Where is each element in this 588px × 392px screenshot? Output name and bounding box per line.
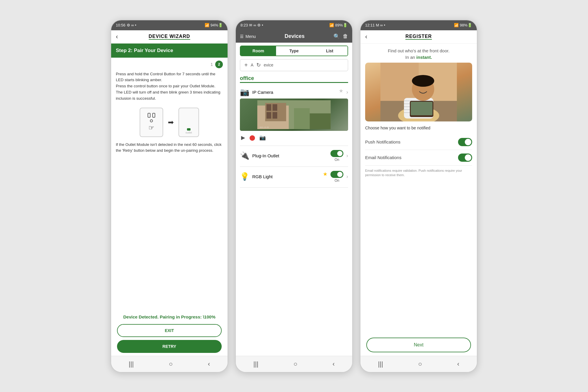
device-illustration: ☞ ➡ outlet bbox=[111, 105, 228, 140]
nav-recent-3[interactable]: ||| bbox=[378, 360, 383, 368]
device-card-light: 💡 RGB Light ★ On › bbox=[240, 169, 348, 188]
bottom-nav-1: ||| ○ ‹ bbox=[111, 356, 228, 372]
nav-back-btn-2[interactable]: ‹ bbox=[333, 360, 335, 368]
nav-back-btn-1[interactable]: ‹ bbox=[208, 360, 210, 368]
room-underline bbox=[240, 82, 348, 83]
notification-section: Choose how you want to be notified Push … bbox=[360, 126, 477, 181]
device-row-camera: 📷 IP Camera ★ › bbox=[240, 86, 348, 99]
step-banner: Step 2: Pair Your Device bbox=[111, 44, 228, 58]
svg-rect-5 bbox=[266, 112, 271, 119]
app-body-2: Room Type List + A ↻ evice office 📷 IP C… bbox=[236, 43, 352, 356]
status-right-1: 📶 94%🔋 bbox=[205, 23, 223, 27]
push-notif-label: Push Notifications bbox=[365, 139, 400, 144]
status-icons-1: ⚙ ∞ • bbox=[127, 23, 136, 27]
star-icon-camera[interactable]: ★ bbox=[339, 88, 343, 94]
play-button[interactable]: ▶ bbox=[241, 134, 245, 141]
svg-rect-4 bbox=[273, 104, 277, 111]
search-icon[interactable]: 🔍 bbox=[333, 33, 340, 40]
tab-type[interactable]: Type bbox=[276, 46, 312, 56]
chevron-camera[interactable]: › bbox=[346, 89, 348, 95]
status-time-2: 8:23 bbox=[240, 23, 248, 27]
hole-left bbox=[148, 113, 151, 118]
device-card-camera: 📷 IP Camera ★ › bbox=[240, 86, 348, 146]
email-notif-toggle[interactable] bbox=[458, 154, 472, 162]
ground-hole bbox=[150, 119, 153, 122]
menu-button[interactable]: ☰ Menu bbox=[240, 34, 256, 39]
cam-controls: ▶ ⬤ 📷 bbox=[240, 133, 348, 143]
add-plus-icon: + bbox=[244, 62, 248, 69]
push-notif-toggle[interactable] bbox=[458, 138, 472, 146]
step-num: 1 bbox=[211, 62, 213, 67]
status-right-3: 📶 98%🔋 bbox=[454, 23, 472, 27]
back-button-1[interactable]: ‹ bbox=[116, 33, 118, 41]
snapshot-button[interactable]: 📷 bbox=[259, 134, 266, 141]
svg-rect-7 bbox=[294, 108, 310, 129]
wifi-icon-2: 📶 bbox=[329, 23, 334, 27]
header-bar: ☰ Menu Devices 🔍 🗑 bbox=[236, 30, 352, 43]
chevron-outlet[interactable]: › bbox=[346, 153, 348, 159]
outlet-toggle[interactable] bbox=[330, 150, 343, 157]
green-indicator bbox=[187, 128, 191, 131]
nav-recent-2[interactable]: ||| bbox=[253, 360, 258, 368]
app-body-3: Find out who's at the front door. In an … bbox=[360, 44, 477, 356]
nav-bar-3: ‹ REGISTER bbox=[360, 30, 477, 44]
status-right-2: 📶 89%🔋 bbox=[329, 23, 348, 27]
outlet-icon: 🔌 bbox=[240, 151, 249, 160]
bottom-nav-2: ||| ○ ‹ bbox=[236, 356, 352, 372]
status-left-2: 8:23 ✉ ∞ ⚙ • bbox=[240, 23, 263, 27]
tab-room[interactable]: Room bbox=[240, 46, 276, 56]
record-button[interactable]: ⬤ bbox=[249, 134, 255, 141]
subtitle-highlight: instant. bbox=[416, 55, 432, 60]
spinner-icon: ↻ bbox=[256, 62, 261, 68]
light-toggle-label: On bbox=[335, 179, 339, 183]
add-device-text2: evice bbox=[264, 63, 273, 67]
arrow-icon: ➡ bbox=[168, 118, 174, 126]
page-title-1: DEVICE WIZARD bbox=[149, 34, 190, 40]
nav-home-2[interactable]: ○ bbox=[293, 360, 297, 368]
svg-rect-24 bbox=[411, 102, 432, 115]
nav-back-btn-3[interactable]: ‹ bbox=[457, 360, 459, 368]
nav-recent-1[interactable]: ||| bbox=[129, 360, 134, 368]
star-icon-light[interactable]: ★ bbox=[323, 171, 328, 177]
nav-bar-1: ‹ DEVICE WIZARD bbox=[111, 30, 228, 44]
nav-home-1[interactable]: ○ bbox=[169, 360, 173, 368]
tab-bar: Room Type List bbox=[240, 46, 348, 56]
hero-image bbox=[365, 63, 472, 121]
delete-icon[interactable]: 🗑 bbox=[343, 33, 348, 40]
menu-label: Menu bbox=[245, 34, 256, 39]
exit-button[interactable]: EXIT bbox=[117, 324, 222, 337]
add-device-text: A bbox=[251, 63, 253, 67]
battery-2: 89%🔋 bbox=[335, 23, 348, 27]
chevron-light[interactable]: › bbox=[346, 174, 348, 180]
retry-button[interactable]: RETRY bbox=[117, 340, 222, 353]
camera-icon: 📷 bbox=[240, 88, 249, 97]
status-time-1: 10:56 bbox=[116, 23, 126, 27]
email-notif-label: Email Notifications bbox=[365, 155, 401, 160]
next-button[interactable]: Next bbox=[366, 338, 471, 352]
subtitle-line2: In an bbox=[405, 55, 417, 60]
page-title-3: REGISTER bbox=[405, 34, 432, 40]
screen2-phone: 8:23 ✉ ∞ ⚙ • 📶 89%🔋 ☰ Menu Devices 🔍 🗑 R… bbox=[235, 20, 353, 373]
svg-point-22 bbox=[412, 75, 434, 87]
back-button-3[interactable]: ‹ bbox=[365, 33, 367, 41]
notif-heading: Choose how you want to be notified bbox=[365, 126, 472, 130]
outlet-name: Plug-In Outlet bbox=[252, 153, 328, 158]
status-left-3: 12:11 M ∞ • bbox=[365, 23, 385, 27]
svg-text:2021-12-25: 2021-12-25 bbox=[259, 126, 269, 128]
step-banner-text: Step 2: Pair Your Device bbox=[116, 48, 173, 53]
status-icons-3: M ∞ • bbox=[376, 23, 385, 27]
status-bar-3: 12:11 M ∞ • 📶 98%🔋 bbox=[360, 20, 477, 30]
person-image bbox=[365, 63, 472, 121]
status-left-1: 10:56 ⚙ ∞ • bbox=[116, 23, 136, 27]
step-indicators: 1 2 bbox=[111, 58, 228, 68]
app-body-1: Step 2: Pair Your Device 1 2 Press and h… bbox=[111, 44, 228, 356]
screen1-phone: 10:56 ⚙ ∞ • 📶 94%🔋 ‹ DEVICE WIZARD Step … bbox=[111, 20, 228, 373]
subtitle-line1: Find out who's at the front door. bbox=[388, 48, 450, 53]
nav-home-3[interactable]: ○ bbox=[418, 360, 422, 368]
battery-1: 94%🔋 bbox=[211, 23, 223, 27]
push-notif-row: Push Notifications bbox=[365, 134, 472, 150]
tab-list[interactable]: List bbox=[312, 46, 348, 56]
light-toggle[interactable] bbox=[330, 171, 343, 178]
add-device-row[interactable]: + A ↻ evice bbox=[240, 59, 348, 71]
light-name: RGB Light bbox=[252, 174, 320, 179]
